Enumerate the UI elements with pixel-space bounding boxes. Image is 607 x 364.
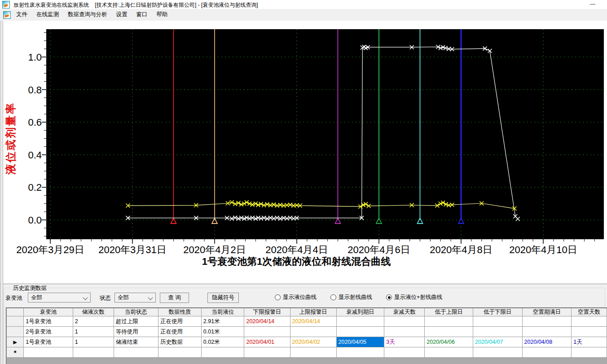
x-tick-label: 2020年4月2日 (183, 244, 246, 255)
table-cell[interactable] (114, 347, 158, 358)
radio-option-2[interactable]: 显示射线曲线 (330, 294, 372, 301)
table-cell[interactable] (336, 347, 384, 358)
table-cell[interactable] (572, 347, 607, 358)
table-cell[interactable] (425, 347, 473, 358)
column-header[interactable]: 空置期满日 (522, 308, 572, 316)
table-cell[interactable]: 1号衰变池 (24, 337, 73, 347)
table-cell[interactable] (473, 316, 523, 327)
radio-option-3[interactable]: 显示液位+射线曲线 (386, 294, 442, 301)
table-cell[interactable] (522, 327, 572, 337)
table-cell[interactable]: 2020/04/08 (522, 337, 572, 347)
table-cell[interactable]: 2020/04/06 (425, 337, 473, 347)
row-selector[interactable] (7, 327, 24, 337)
table-cell[interactable]: 2号衰变池 (24, 327, 73, 337)
table-cell[interactable] (425, 316, 473, 327)
table-cell[interactable]: 2020/04/07 (473, 337, 523, 347)
table-cell[interactable]: 2020/04/02 (290, 337, 336, 347)
chevron-down-icon (83, 295, 88, 300)
table-cell[interactable] (158, 347, 202, 358)
table-cell[interactable] (73, 347, 114, 358)
table-cell[interactable]: 1号衰变池 (24, 316, 73, 327)
column-header[interactable] (7, 308, 24, 316)
window-title: 放射性废水衰变池在线监测系统 [技术支持:上海仁日辐射防护设备有限公司] - [… (13, 1, 258, 9)
x-tick-label: 2020年4月6日 (347, 244, 410, 255)
table-cell[interactable]: 0.01米 (201, 327, 244, 337)
table-row: ▶1号衰变池1储液结束历史数据0.02米2020/04/012020/04/02… (7, 337, 607, 347)
menu-item-2[interactable]: 在线监测 (32, 9, 63, 21)
table-cell[interactable]: 2 (73, 316, 114, 327)
column-header[interactable]: 当前液位 (201, 308, 244, 316)
table-cell[interactable] (473, 327, 523, 337)
new-row-marker[interactable]: * (7, 347, 24, 358)
column-header[interactable]: 衰减天数 (384, 308, 425, 316)
column-header[interactable]: 上限报警日 (290, 308, 336, 316)
table-cell[interactable] (384, 347, 425, 358)
curve-display-radios: 显示液位曲线显示射线曲线显示液位+射线曲线 (275, 294, 442, 301)
table-cell[interactable] (522, 347, 572, 358)
table-cell[interactable]: 等待使用 (114, 327, 158, 337)
table-cell[interactable]: 储液结束 (114, 337, 158, 347)
menu-item-5[interactable]: 窗口 (132, 9, 152, 21)
table-cell[interactable]: 超过上限 (114, 316, 158, 327)
x-tick-label: 2020年4月8日 (430, 244, 492, 255)
column-header[interactable]: 数据性质 (158, 308, 202, 316)
radio-option-1[interactable]: 显示液位曲线 (275, 294, 317, 301)
table-cell[interactable] (336, 316, 384, 327)
pool-filter-combobox[interactable]: 全部 (28, 293, 91, 303)
table-cell[interactable]: 2020/04/14 (290, 316, 336, 327)
table-cell[interactable] (244, 347, 290, 358)
table-cell[interactable]: 正在使用 (158, 316, 202, 327)
app-title-suffix: [技术支持:上海仁日辐射防护设备有限公司] - [衰变池液位与射线查询] (95, 2, 258, 8)
table-cell[interactable] (572, 316, 607, 327)
column-header[interactable]: 下限报警日 (244, 308, 290, 316)
menu-item-6[interactable]: 帮助 (152, 9, 172, 21)
table-cell[interactable]: 1 (73, 327, 114, 337)
row-selector[interactable]: ▶ (7, 337, 24, 347)
table-cell[interactable] (201, 347, 244, 358)
table-cell[interactable]: 2020/04/01 (244, 337, 290, 347)
table-cell[interactable] (384, 316, 425, 327)
menu-item-4[interactable]: 设置 (112, 9, 132, 21)
table-cell[interactable]: 1天 (572, 337, 607, 347)
menu-item-1[interactable]: 文件 (12, 9, 32, 21)
status-filter-value: 全部 (118, 294, 129, 301)
row-selector[interactable] (7, 316, 24, 327)
menu-item-3[interactable]: 数据查询与分析 (63, 9, 112, 21)
table-cell[interactable]: 正在使用 (158, 327, 202, 337)
table-cell[interactable]: 历史数据 (158, 337, 202, 347)
chart-title: 1号衰变池第1次储液的液位和射线混合曲线 (202, 256, 391, 267)
table-cell[interactable] (522, 316, 572, 327)
column-header[interactable]: 低于下限日 (473, 308, 523, 316)
column-header[interactable]: 储液次数 (73, 308, 114, 316)
status-filter-combobox[interactable]: 全部 (114, 293, 156, 303)
table-cell[interactable]: 2.91米 (201, 316, 244, 327)
column-header[interactable]: 当前状态 (114, 308, 158, 316)
table-cell[interactable]: 3天 (384, 337, 425, 347)
query-button[interactable]: 查 询 (160, 293, 189, 303)
column-header[interactable]: 衰减到期日 (336, 308, 384, 316)
table-cell[interactable] (24, 347, 73, 358)
table-new-row: * (7, 347, 607, 358)
table-cell[interactable] (290, 327, 336, 337)
column-header[interactable]: 衰变池 (24, 308, 73, 316)
table-cell[interactable] (290, 347, 336, 358)
window-left-edge (0, 21, 3, 364)
column-header[interactable]: 低于上限日 (425, 308, 473, 316)
x-tick-label: 2020年4月4日 (265, 244, 328, 255)
column-header[interactable]: 空置天数 (572, 308, 607, 316)
table-cell[interactable] (384, 327, 425, 337)
app-logo-icon (2, 1, 10, 9)
selected-cell[interactable]: 2020/04/05 (336, 337, 384, 347)
table-cell[interactable] (572, 327, 607, 337)
minimize-icon[interactable]: — (590, 1, 595, 7)
table-cell[interactable] (473, 347, 523, 358)
table-cell[interactable]: 1 (73, 337, 114, 347)
data-grid-wrap: 衰变池储液次数当前状态数据性质当前液位下限报警日上限报警日衰减到期日衰减天数低于… (6, 307, 607, 364)
table-cell[interactable] (425, 327, 473, 337)
title-bar: 放射性废水衰变池在线监测系统 [技术支持:上海仁日辐射防护设备有限公司] - [… (0, 0, 607, 9)
hide-symbols-button[interactable]: 隐藏符号 (207, 293, 239, 303)
table-cell[interactable]: 2020/04/14 (244, 316, 290, 327)
table-cell[interactable]: 0.02米 (201, 337, 244, 347)
table-cell[interactable] (336, 327, 384, 337)
table-cell[interactable] (244, 327, 290, 337)
